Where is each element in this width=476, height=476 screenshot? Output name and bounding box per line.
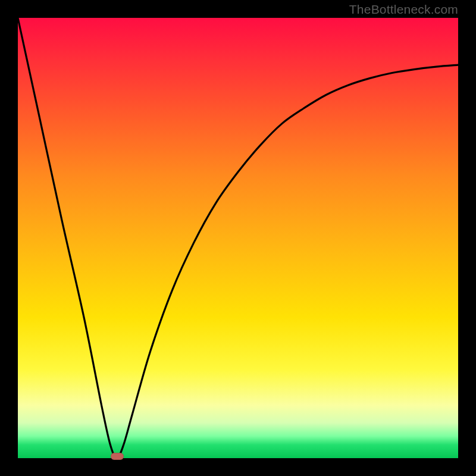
bottleneck-curve [18, 18, 458, 458]
attribution-text: TheBottleneck.com [349, 2, 458, 17]
chart-frame: TheBottleneck.com [0, 0, 476, 476]
minimum-marker [111, 453, 124, 460]
plot-area [18, 18, 458, 458]
